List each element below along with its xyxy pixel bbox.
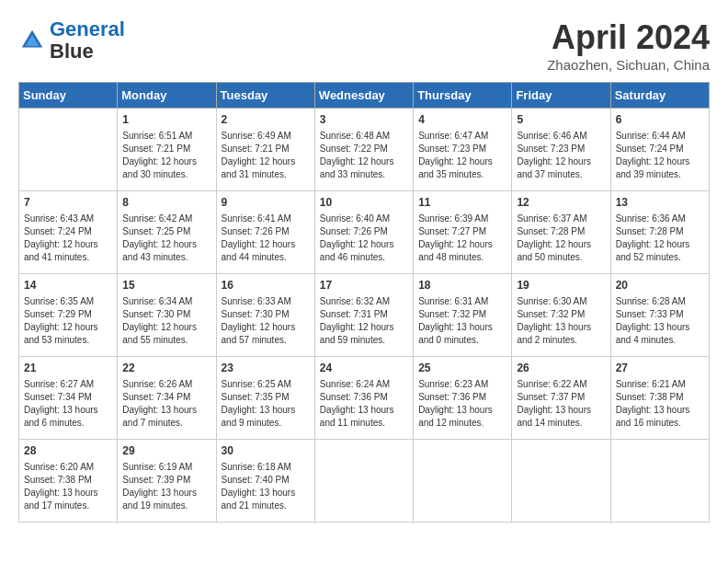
- logo: General Blue: [18, 18, 125, 63]
- calendar-day-cell: 8Sunrise: 6:42 AM Sunset: 7:25 PM Daylig…: [118, 191, 216, 274]
- calendar-day-cell: 14Sunrise: 6:35 AM Sunset: 7:29 PM Dayli…: [19, 274, 118, 357]
- title-block: April 2024 Zhaozhen, Sichuan, China: [547, 18, 710, 73]
- day-info: Sunrise: 6:43 AM Sunset: 7:24 PM Dayligh…: [24, 213, 112, 264]
- day-number: 17: [320, 278, 408, 293]
- calendar-week-row: 7Sunrise: 6:43 AM Sunset: 7:24 PM Daylig…: [19, 191, 710, 274]
- weekday-header: Tuesday: [216, 83, 314, 109]
- day-number: 28: [24, 443, 112, 459]
- calendar-day-cell: 12Sunrise: 6:37 AM Sunset: 7:28 PM Dayli…: [512, 191, 610, 274]
- calendar-day-cell: 29Sunrise: 6:19 AM Sunset: 7:39 PM Dayli…: [118, 440, 216, 523]
- day-number: 22: [122, 361, 210, 376]
- day-info: Sunrise: 6:36 AM Sunset: 7:28 PM Dayligh…: [616, 213, 704, 264]
- day-number: 3: [320, 112, 408, 128]
- day-info: Sunrise: 6:46 AM Sunset: 7:23 PM Dayligh…: [517, 130, 605, 181]
- day-info: Sunrise: 6:23 AM Sunset: 7:36 PM Dayligh…: [418, 378, 506, 430]
- calendar-day-cell: 20Sunrise: 6:28 AM Sunset: 7:33 PM Dayli…: [610, 274, 709, 357]
- day-number: 1: [122, 112, 210, 128]
- day-info: Sunrise: 6:32 AM Sunset: 7:31 PM Dayligh…: [320, 295, 408, 347]
- day-number: 24: [320, 361, 408, 376]
- calendar-day-cell: 2Sunrise: 6:49 AM Sunset: 7:21 PM Daylig…: [216, 109, 314, 191]
- calendar-day-cell: 22Sunrise: 6:26 AM Sunset: 7:34 PM Dayli…: [118, 357, 216, 440]
- day-info: Sunrise: 6:35 AM Sunset: 7:29 PM Dayligh…: [24, 295, 112, 347]
- day-number: 27: [616, 361, 704, 376]
- day-number: 11: [418, 195, 506, 211]
- calendar-day-cell: 21Sunrise: 6:27 AM Sunset: 7:34 PM Dayli…: [19, 357, 118, 440]
- day-number: 14: [24, 278, 112, 293]
- day-number: 25: [418, 361, 506, 376]
- day-number: 8: [122, 195, 210, 211]
- calendar-day-cell: 4Sunrise: 6:47 AM Sunset: 7:23 PM Daylig…: [414, 109, 512, 191]
- calendar-day-cell: 27Sunrise: 6:21 AM Sunset: 7:38 PM Dayli…: [610, 357, 709, 440]
- calendar-day-cell: 1Sunrise: 6:51 AM Sunset: 7:21 PM Daylig…: [118, 109, 216, 191]
- day-info: Sunrise: 6:31 AM Sunset: 7:32 PM Dayligh…: [418, 295, 506, 347]
- location-subtitle: Zhaozhen, Sichuan, China: [547, 57, 710, 73]
- day-info: Sunrise: 6:24 AM Sunset: 7:36 PM Dayligh…: [320, 378, 408, 430]
- calendar-day-cell: 25Sunrise: 6:23 AM Sunset: 7:36 PM Dayli…: [414, 357, 512, 440]
- day-info: Sunrise: 6:40 AM Sunset: 7:26 PM Dayligh…: [320, 213, 408, 264]
- day-number: 4: [418, 112, 506, 128]
- calendar-day-cell: [314, 440, 413, 523]
- day-info: Sunrise: 6:27 AM Sunset: 7:34 PM Dayligh…: [24, 378, 112, 430]
- weekday-header: Sunday: [19, 83, 118, 109]
- day-number: 12: [517, 195, 605, 211]
- day-info: Sunrise: 6:34 AM Sunset: 7:30 PM Dayligh…: [122, 295, 210, 347]
- day-number: 13: [616, 195, 704, 211]
- day-info: Sunrise: 6:42 AM Sunset: 7:25 PM Dayligh…: [122, 213, 210, 264]
- day-info: Sunrise: 6:41 AM Sunset: 7:26 PM Dayligh…: [222, 213, 310, 264]
- day-info: Sunrise: 6:49 AM Sunset: 7:21 PM Dayligh…: [222, 130, 310, 181]
- day-number: 16: [222, 278, 310, 293]
- day-info: Sunrise: 6:37 AM Sunset: 7:28 PM Dayligh…: [517, 213, 605, 264]
- calendar-week-row: 14Sunrise: 6:35 AM Sunset: 7:29 PM Dayli…: [19, 274, 710, 357]
- weekday-header: Monday: [118, 83, 216, 109]
- calendar-day-cell: 23Sunrise: 6:25 AM Sunset: 7:35 PM Dayli…: [216, 357, 314, 440]
- day-info: Sunrise: 6:39 AM Sunset: 7:27 PM Dayligh…: [418, 213, 506, 264]
- calendar-day-cell: 7Sunrise: 6:43 AM Sunset: 7:24 PM Daylig…: [19, 191, 118, 274]
- calendar-day-cell: 24Sunrise: 6:24 AM Sunset: 7:36 PM Dayli…: [314, 357, 413, 440]
- day-number: 5: [517, 112, 605, 128]
- day-number: 30: [222, 443, 310, 459]
- logo-text: General Blue: [50, 18, 125, 63]
- day-number: 2: [222, 112, 310, 128]
- day-info: Sunrise: 6:25 AM Sunset: 7:35 PM Dayligh…: [222, 378, 310, 430]
- day-info: Sunrise: 6:47 AM Sunset: 7:23 PM Dayligh…: [418, 130, 506, 181]
- calendar-day-cell: 11Sunrise: 6:39 AM Sunset: 7:27 PM Dayli…: [414, 191, 512, 274]
- calendar-day-cell: [414, 440, 512, 523]
- day-number: 6: [616, 112, 704, 128]
- day-number: 18: [418, 278, 506, 293]
- calendar-day-cell: 6Sunrise: 6:44 AM Sunset: 7:24 PM Daylig…: [610, 109, 709, 191]
- day-info: Sunrise: 6:44 AM Sunset: 7:24 PM Dayligh…: [616, 130, 704, 181]
- day-number: 15: [122, 278, 210, 293]
- calendar-table: SundayMondayTuesdayWednesdayThursdayFrid…: [18, 82, 710, 523]
- day-info: Sunrise: 6:22 AM Sunset: 7:37 PM Dayligh…: [517, 378, 605, 430]
- day-info: Sunrise: 6:21 AM Sunset: 7:38 PM Dayligh…: [616, 378, 704, 430]
- day-number: 23: [222, 361, 310, 376]
- day-number: 21: [24, 361, 112, 376]
- day-number: 10: [320, 195, 408, 211]
- day-info: Sunrise: 6:48 AM Sunset: 7:22 PM Dayligh…: [320, 130, 408, 181]
- calendar-week-row: 28Sunrise: 6:20 AM Sunset: 7:38 PM Dayli…: [19, 440, 710, 523]
- calendar-day-cell: 3Sunrise: 6:48 AM Sunset: 7:22 PM Daylig…: [314, 109, 413, 191]
- weekday-header: Friday: [512, 83, 610, 109]
- weekday-header: Thursday: [414, 83, 512, 109]
- weekday-header: Saturday: [610, 83, 709, 109]
- calendar-week-row: 1Sunrise: 6:51 AM Sunset: 7:21 PM Daylig…: [19, 109, 710, 191]
- day-info: Sunrise: 6:19 AM Sunset: 7:39 PM Dayligh…: [122, 461, 210, 512]
- day-info: Sunrise: 6:33 AM Sunset: 7:30 PM Dayligh…: [222, 295, 310, 347]
- day-info: Sunrise: 6:20 AM Sunset: 7:38 PM Dayligh…: [24, 461, 112, 512]
- day-info: Sunrise: 6:51 AM Sunset: 7:21 PM Dayligh…: [122, 130, 210, 181]
- day-number: 7: [24, 195, 112, 211]
- logo-icon: [18, 27, 46, 54]
- day-info: Sunrise: 6:26 AM Sunset: 7:34 PM Dayligh…: [122, 378, 210, 430]
- calendar-day-cell: 18Sunrise: 6:31 AM Sunset: 7:32 PM Dayli…: [414, 274, 512, 357]
- page-header: General Blue April 2024 Zhaozhen, Sichua…: [18, 18, 710, 73]
- day-info: Sunrise: 6:30 AM Sunset: 7:32 PM Dayligh…: [517, 295, 605, 347]
- month-title: April 2024: [547, 18, 710, 57]
- weekday-header: Wednesday: [314, 83, 413, 109]
- calendar-header-row: SundayMondayTuesdayWednesdayThursdayFrid…: [19, 83, 710, 109]
- calendar-day-cell: 17Sunrise: 6:32 AM Sunset: 7:31 PM Dayli…: [314, 274, 413, 357]
- calendar-day-cell: 15Sunrise: 6:34 AM Sunset: 7:30 PM Dayli…: [118, 274, 216, 357]
- calendar-day-cell: 5Sunrise: 6:46 AM Sunset: 7:23 PM Daylig…: [512, 109, 610, 191]
- calendar-day-cell: 28Sunrise: 6:20 AM Sunset: 7:38 PM Dayli…: [19, 440, 118, 523]
- calendar-day-cell: [610, 440, 709, 523]
- calendar-day-cell: 9Sunrise: 6:41 AM Sunset: 7:26 PM Daylig…: [216, 191, 314, 274]
